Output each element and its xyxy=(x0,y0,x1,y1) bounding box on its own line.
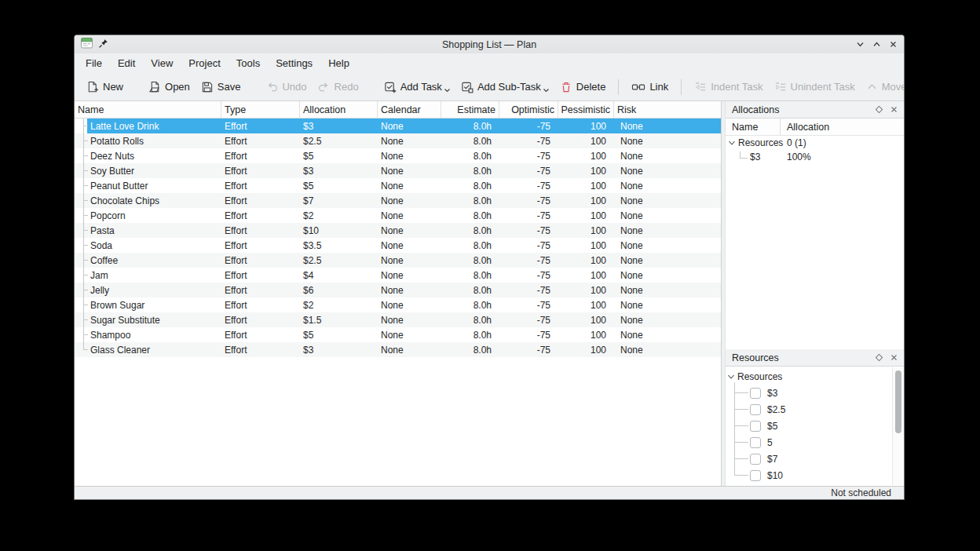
cell-risk[interactable]: None xyxy=(614,119,721,133)
cell-pessimistic[interactable]: 100 xyxy=(558,283,614,297)
expand-caret-icon[interactable] xyxy=(728,139,736,147)
scrollbar-thumb[interactable] xyxy=(895,370,901,433)
cell-name[interactable]: Jelly xyxy=(87,283,221,297)
column-header-estimate[interactable]: Estimate xyxy=(441,101,499,118)
add-task-button[interactable]: Add Task xyxy=(378,78,455,97)
cell-pessimistic[interactable]: 100 xyxy=(558,223,614,238)
cell-name[interactable]: Coffee xyxy=(87,253,221,268)
cell-optimistic[interactable]: -75 xyxy=(499,208,558,223)
cell-pessimistic[interactable]: 100 xyxy=(558,297,614,312)
cell-estimate[interactable]: 8.0h xyxy=(441,297,499,312)
cell-optimistic[interactable]: -75 xyxy=(499,193,558,208)
cell-allocation[interactable]: $3 xyxy=(300,342,378,357)
cell-allocation[interactable]: $2.5 xyxy=(300,253,378,268)
table-row[interactable]: Soy ButterEffort$3None8.0h-75100None xyxy=(75,163,721,178)
cell-estimate[interactable]: 8.0h xyxy=(441,193,499,208)
cell-name[interactable]: Brown Sugar xyxy=(87,297,221,312)
cell-pessimistic[interactable]: 100 xyxy=(558,238,614,253)
cell-risk[interactable]: None xyxy=(614,193,721,208)
cell-calendar[interactable]: None xyxy=(378,297,441,312)
cell-calendar[interactable]: None xyxy=(378,208,441,223)
close-button[interactable] xyxy=(889,40,898,49)
cell-allocation[interactable]: $4 xyxy=(300,268,378,283)
table-row[interactable]: CoffeeEffort$2.5None8.0h-75100None xyxy=(75,253,721,268)
cell-calendar[interactable]: None xyxy=(378,193,441,208)
cell-name[interactable]: Popcorn xyxy=(87,208,221,223)
cell-risk[interactable]: None xyxy=(614,238,721,253)
cell-type[interactable]: Effort xyxy=(221,178,300,193)
table-row[interactable]: Brown SugarEffort$2None8.0h-75100None xyxy=(75,297,721,312)
cell-calendar[interactable]: None xyxy=(378,178,441,193)
table-row[interactable]: SodaEffort$3.5None8.0h-75100None xyxy=(75,238,721,253)
cell-allocation[interactable]: $10 xyxy=(300,223,378,238)
cell-pessimistic[interactable]: 100 xyxy=(558,208,614,223)
cell-risk[interactable]: None xyxy=(614,163,721,178)
cell-estimate[interactable]: 8.0h xyxy=(441,163,499,178)
allocation-row[interactable]: Resources0 (1) xyxy=(726,136,904,150)
cell-allocation[interactable]: $3.5 xyxy=(300,238,378,253)
cell-pessimistic[interactable]: 100 xyxy=(558,342,614,357)
resource-item[interactable]: $7 xyxy=(726,451,904,467)
cell-risk[interactable]: None xyxy=(614,342,721,357)
cell-calendar[interactable]: None xyxy=(378,327,441,342)
cell-calendar[interactable]: None xyxy=(378,253,441,268)
minimize-button[interactable] xyxy=(856,40,865,49)
cell-risk[interactable]: None xyxy=(614,312,721,327)
cell-name[interactable]: Jam xyxy=(87,268,221,283)
resource-checkbox[interactable] xyxy=(750,454,761,465)
table-row[interactable]: JamEffort$4None8.0h-75100None xyxy=(75,268,721,283)
table-row[interactable]: ShampooEffort$5None8.0h-75100None xyxy=(75,327,721,342)
cell-name[interactable]: Glass Cleaner xyxy=(87,342,221,357)
cell-estimate[interactable]: 8.0h xyxy=(441,327,499,342)
dropdown-caret-icon[interactable] xyxy=(444,89,450,93)
cell-name[interactable]: Latte Love Drink xyxy=(87,119,221,133)
cell-estimate[interactable]: 8.0h xyxy=(441,283,499,297)
cell-type[interactable]: Effort xyxy=(221,223,300,238)
cell-estimate[interactable]: 8.0h xyxy=(441,253,499,268)
float-panel-icon[interactable] xyxy=(876,104,883,115)
table-row[interactable]: JellyEffort$6None8.0h-75100None xyxy=(75,283,721,297)
undo-button[interactable]: Undo xyxy=(260,78,312,97)
resource-item[interactable]: $10 xyxy=(726,467,904,483)
resource-item[interactable]: $5 xyxy=(726,418,904,434)
cell-type[interactable]: Effort xyxy=(221,253,300,268)
menu-help[interactable]: Help xyxy=(320,55,357,71)
menu-settings[interactable]: Settings xyxy=(268,55,320,71)
link-button[interactable]: Link xyxy=(626,78,674,97)
cell-type[interactable]: Effort xyxy=(221,297,300,312)
cell-pessimistic[interactable]: 100 xyxy=(558,133,614,148)
cell-type[interactable]: Effort xyxy=(221,312,300,327)
column-header-risk[interactable]: Risk xyxy=(614,101,721,118)
allocation-row[interactable]: $3100% xyxy=(726,150,904,164)
resource-checkbox[interactable] xyxy=(750,388,761,399)
cell-pessimistic[interactable]: 100 xyxy=(558,327,614,342)
resource-item[interactable]: $3 xyxy=(726,385,904,401)
menu-view[interactable]: View xyxy=(143,55,181,71)
cell-allocation[interactable]: $5 xyxy=(300,148,378,163)
cell-estimate[interactable]: 8.0h xyxy=(441,312,499,327)
cell-pessimistic[interactable]: 100 xyxy=(558,268,614,283)
resource-checkbox[interactable] xyxy=(750,421,761,432)
save-button[interactable]: Save xyxy=(196,78,247,97)
table-row[interactable]: PopcornEffort$2None8.0h-75100None xyxy=(75,208,721,223)
cell-type[interactable]: Effort xyxy=(221,163,300,178)
cell-optimistic[interactable]: -75 xyxy=(499,253,558,268)
cell-optimistic[interactable]: -75 xyxy=(499,223,558,238)
cell-estimate[interactable]: 8.0h xyxy=(441,148,499,163)
cell-calendar[interactable]: None xyxy=(378,119,441,133)
cell-calendar[interactable]: None xyxy=(378,283,441,297)
cell-optimistic[interactable]: -75 xyxy=(499,163,558,178)
add-sub-task-button[interactable]: Add Sub-Task xyxy=(455,78,554,97)
new-button[interactable]: New xyxy=(81,78,129,97)
move-up-button[interactable]: Move Up xyxy=(861,78,905,96)
column-header-allocation[interactable]: Allocation xyxy=(300,101,378,118)
cell-pessimistic[interactable]: 100 xyxy=(558,163,614,178)
cell-name[interactable]: Peanut Butter xyxy=(87,178,221,193)
cell-calendar[interactable]: None xyxy=(378,268,441,283)
cell-risk[interactable]: None xyxy=(614,297,721,312)
menu-edit[interactable]: Edit xyxy=(110,55,143,71)
cell-allocation[interactable]: $2 xyxy=(300,208,378,223)
cell-calendar[interactable]: None xyxy=(378,312,441,327)
alloc-col-name[interactable]: Name xyxy=(726,119,781,135)
resource-checkbox[interactable] xyxy=(750,437,761,448)
